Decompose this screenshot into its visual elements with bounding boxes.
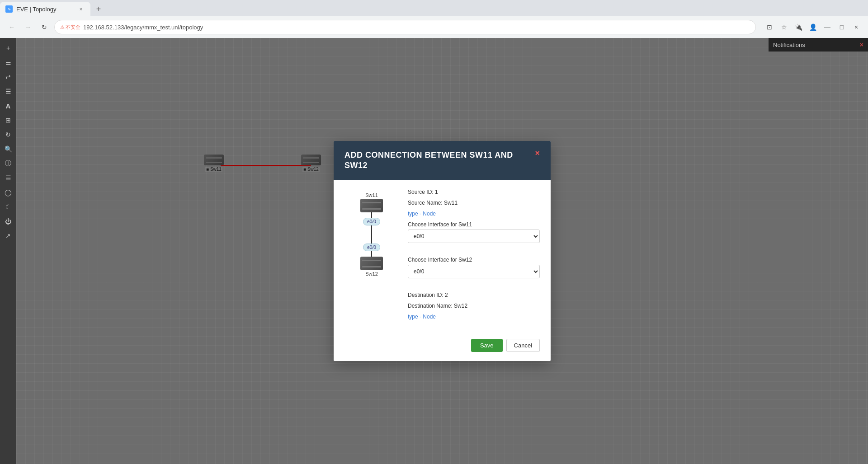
dest-interface-label: Choose Interface for Sw12 [408,257,540,263]
cancel-button[interactable]: Cancel [506,339,540,352]
dest-type-link[interactable]: type - Node [408,314,540,320]
dest-name-label: Destination Name: Sw12 [408,303,540,309]
diagram-connection-line [371,225,372,244]
topology-canvas[interactable]: Notifications × ■ Sw11 ■ Sw12 [16,38,868,464]
dest-interface-row: Choose Interface for Sw12 e0/0 e0/1 e0/2… [408,257,540,278]
sidebar-text-button[interactable]: A [2,99,14,112]
cast-button[interactable]: ⊡ [763,21,776,33]
source-name-row: Source Name: Sw11 [408,200,540,206]
modal-header: ADD CONNECTION BETWEEN SW11 AND SW12 × [334,141,551,180]
main-content: + ⚌ ⇄ ☰ A ⊞ ↻ 🔍 ⓘ ☰ ◯ ☾ ⏻ ↗ Notification… [0,38,868,464]
minimize-button[interactable]: — [821,21,834,33]
save-button[interactable]: Save [471,339,503,352]
source-name-label: Source Name: Sw11 [408,200,540,206]
diagram-dest-node: Sw12 [360,257,383,277]
sidebar-refresh-button[interactable]: ↻ [2,128,14,141]
sidebar-export-button[interactable]: ↗ [2,230,14,242]
tab-close-button[interactable]: × [77,5,85,13]
diagram-sw12-label: Sw12 [365,271,378,277]
modal-body: Sw11 e0/0 e0/0 [334,180,551,333]
diagram-sw12-icon [360,257,383,270]
sidebar-info-button[interactable]: ⓘ [2,157,14,170]
sidebar-clock-button[interactable]: ◯ [2,186,14,199]
refresh-button[interactable]: ↻ [38,21,51,33]
sidebar-power-button[interactable]: ⏻ [2,215,14,228]
source-interface-row: Choose Interface for Sw11 e0/0 e0/1 e0/2… [408,221,540,243]
sidebar: + ⚌ ⇄ ☰ A ⊞ ↻ 🔍 ⓘ ☰ ◯ ☾ ⏻ ↗ [0,38,16,464]
sidebar-zoom-button[interactable]: 🔍 [2,143,14,155]
source-id-row: Source ID: 1 [408,189,540,195]
dest-interface-badge: e0/0 [363,244,380,251]
tab-bar: ∿ EVE | Topology × + [0,0,868,16]
dest-id-row: Destination ID: 2 [408,292,540,298]
sidebar-transfer-button[interactable]: ⇄ [2,70,14,83]
source-id-label: Source ID: 1 [408,189,540,195]
sidebar-grid-button[interactable]: ⊞ [2,114,14,127]
url-display: 192.168.52.133/legacy/mmx_test.unl/topol… [83,24,203,31]
diagram-source-node: Sw11 [360,192,383,212]
restore-button[interactable]: □ [835,21,848,33]
dest-id-label: Destination ID: 2 [408,292,540,298]
extensions-button[interactable]: 🔌 [792,21,805,33]
modal-title: ADD CONNECTION BETWEEN SW11 AND SW12 [344,150,535,171]
source-type-row: type - Node [408,211,540,217]
source-interface-label: Choose Interface for Sw11 [408,221,540,228]
tab-title: EVE | Topology [16,6,73,13]
dest-type-row: type - Node [408,314,540,320]
diagram-sw11-icon [360,199,383,212]
sidebar-moon-button[interactable]: ☾ [2,201,14,213]
sidebar-menu-button[interactable]: ☰ [2,172,14,184]
sidebar-list-button[interactable]: ☰ [2,85,14,98]
new-tab-button[interactable]: + [92,3,105,15]
security-warning: ⚠ 不安全 [60,24,80,31]
sidebar-nodes-button[interactable]: ⚌ [2,56,14,69]
bookmark-button[interactable]: ☆ [778,21,790,33]
dest-name-row: Destination Name: Sw12 [408,303,540,309]
add-connection-modal: ADD CONNECTION BETWEEN SW11 AND SW12 × S… [334,141,551,361]
back-button[interactable]: ← [5,21,18,33]
browser-actions: ⊡ ☆ 🔌 👤 — □ × [763,21,863,33]
modal-close-button[interactable]: × [535,149,540,157]
connection-form: Source ID: 1 Source Name: Sw11 type - No… [408,189,540,324]
address-input[interactable]: ⚠ 不安全 192.168.52.133/legacy/mmx_test.unl… [54,20,756,34]
sidebar-add-button[interactable]: + [2,42,14,54]
address-bar: ← → ↻ ⚠ 不安全 192.168.52.133/legacy/mmx_te… [0,16,868,38]
source-type-link[interactable]: type - Node [408,211,540,217]
close-browser-button[interactable]: × [850,21,863,33]
profile-button[interactable]: 👤 [807,21,819,33]
forward-button[interactable]: → [22,21,34,33]
modal-overlay: ADD CONNECTION BETWEEN SW11 AND SW12 × S… [16,38,868,464]
active-tab[interactable]: ∿ EVE | Topology × [0,2,90,16]
source-interface-badge: e0/0 [363,218,380,225]
tab-favicon: ∿ [5,5,13,13]
source-interface-select[interactable]: e0/0 e0/1 e0/2 e0/3 [408,230,540,243]
modal-footer: Save Cancel [334,333,551,361]
diagram-sw11-label: Sw11 [365,192,378,198]
connection-diagram: Sw11 e0/0 e0/0 [344,189,399,324]
dest-interface-select[interactable]: e0/0 e0/1 e0/2 e0/3 [408,265,540,278]
